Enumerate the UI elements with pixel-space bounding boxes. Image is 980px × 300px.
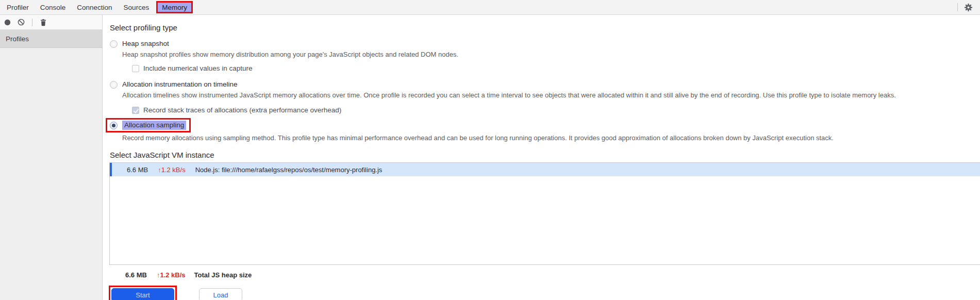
allocation-sampling-radio[interactable] — [110, 122, 118, 129]
tab-memory[interactable]: Memory — [156, 1, 193, 13]
trash-icon[interactable] — [40, 19, 47, 26]
allocation-sampling-description: Record memory allocations using sampling… — [122, 134, 980, 142]
vm-instance-name: Node.js: file:///home/rafaelgss/repos/os… — [195, 166, 383, 174]
tab-console[interactable]: Console — [35, 0, 72, 14]
vm-allocation-rate: ↑1.2 kB/s — [158, 166, 185, 174]
start-button[interactable]: Start — [111, 288, 174, 300]
tab-connection[interactable]: Connection — [71, 0, 118, 14]
checkbox-row-stack-traces: Record stack traces of allocations (extr… — [132, 106, 980, 114]
gear-icon[interactable] — [964, 3, 973, 12]
tabbar-right-controls — [957, 3, 973, 12]
allocation-timeline-radio[interactable] — [110, 81, 118, 89]
annotation-box-allocation-sampling: Allocation sampling — [106, 118, 191, 132]
profiling-type-title: Select profiling type — [110, 23, 980, 32]
radio-option-allocation-timeline[interactable]: Allocation instrumentation on timeline — [110, 80, 980, 89]
tab-profiler[interactable]: Profiler — [1, 0, 35, 14]
devtools-window: Profiler Console Connection Sources Memo… — [0, 0, 980, 300]
panel-tabbar: Profiler Console Connection Sources Memo… — [0, 0, 980, 15]
allocation-sampling-label[interactable]: Allocation sampling — [122, 121, 186, 130]
total-allocation-rate: ↑1.2 kB/s — [157, 271, 186, 279]
clear-icon[interactable] — [18, 19, 25, 26]
action-buttons-row: Start Load — [109, 286, 980, 300]
allocation-timeline-description: Allocation timelines show instrumented J… — [122, 91, 980, 99]
radio-option-heap-snapshot[interactable]: Heap snapshot — [110, 40, 980, 48]
vm-heap-size: 6.6 MB — [127, 166, 148, 174]
sidebar-item-profiles[interactable]: Profiles — [0, 30, 102, 48]
sidebar-empty-area — [0, 48, 102, 300]
tabbar-divider — [957, 3, 958, 11]
annotation-box-start-button: Start — [109, 286, 177, 300]
allocation-timeline-label: Allocation instrumentation on timeline — [122, 80, 238, 89]
heap-snapshot-label: Heap snapshot — [122, 40, 169, 48]
heap-snapshot-description: Heap snapshot profiles show memory distr… — [122, 51, 980, 58]
memory-panel-content: Select profiling type Heap snapshot Heap… — [103, 15, 980, 300]
vm-instance-title: Select JavaScript VM instance — [110, 151, 980, 160]
left-sidebar: Profiles — [0, 15, 103, 300]
checkbox-row-numerical-values[interactable]: Include numerical values in capture — [132, 64, 980, 72]
record-icon[interactable] — [4, 19, 11, 26]
total-heap-size-value: 6.6 MB — [125, 271, 147, 279]
toolbar-divider — [32, 19, 32, 26]
include-numerical-values-checkbox[interactable] — [132, 65, 139, 72]
record-stack-traces-label: Record stack traces of allocations (extr… — [143, 106, 341, 114]
load-button[interactable]: Load — [199, 288, 242, 300]
vm-instance-list: 6.6 MB ↑1.2 kB/s Node.js: file:///home/r… — [109, 162, 980, 265]
include-numerical-values-label: Include numerical values in capture — [143, 64, 253, 72]
total-heap-size-row: 6.6 MB ↑1.2 kB/s Total JS heap size — [125, 271, 980, 279]
heap-snapshot-radio[interactable] — [110, 40, 118, 48]
record-stack-traces-checkbox[interactable] — [132, 107, 139, 114]
profiler-toolbar — [0, 15, 102, 30]
vm-instance-row[interactable]: 6.6 MB ↑1.2 kB/s Node.js: file:///home/r… — [110, 163, 980, 176]
tab-sources[interactable]: Sources — [118, 0, 155, 14]
total-heap-size-label: Total JS heap size — [194, 271, 252, 279]
